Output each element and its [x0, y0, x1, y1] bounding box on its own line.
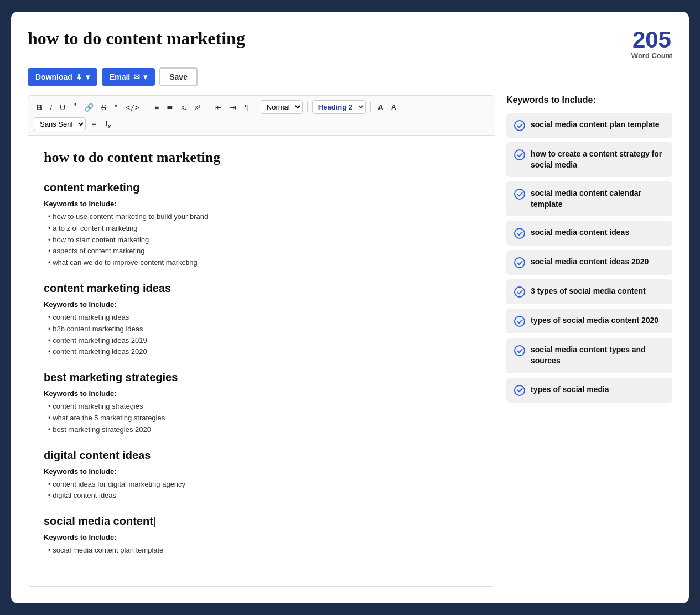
app-container: how to do content marketing 205 Word Cou…: [11, 12, 689, 603]
separator4: [307, 102, 308, 112]
download-chevron-icon: ▾: [86, 72, 90, 81]
sidebar-title: Keywords to Include:: [506, 95, 672, 105]
keyword-card-8: types of social media: [506, 378, 672, 403]
page-title: how to do content marketing: [28, 28, 245, 49]
unordered-list-button[interactable]: ≣: [164, 101, 176, 113]
font-highlight-button[interactable]: A: [388, 102, 399, 113]
heading-select[interactable]: Heading 2: [312, 100, 366, 114]
check-icon-8: [514, 385, 525, 396]
keywords-list-2: content marketing ideas b2b content mark…: [44, 312, 479, 358]
keyword-text-4: social media content ideas 2020: [531, 257, 649, 268]
main-content: B I U " 🔗 S " </> ≡ ≣ x₂ x² ⇤ ⇥ ¶ Normal: [28, 95, 672, 587]
list-item: aspects of content marketing: [48, 246, 479, 257]
list-item: b2b content marketing ideas: [48, 324, 479, 335]
align-button[interactable]: ≡: [89, 118, 99, 131]
check-icon-7: [514, 345, 525, 356]
keyword-text-6: types of social media content 2020: [531, 315, 658, 326]
doc-title: how to do content marketing: [44, 149, 479, 166]
check-icon-5: [514, 286, 525, 298]
indent-right-button[interactable]: ⇥: [227, 101, 239, 113]
list-item: content ideas for digital marketing agen…: [48, 479, 479, 491]
keywords-list-3: content marketing strategies what are th…: [44, 401, 479, 435]
keywords-label-5: Keywords to Include:: [44, 533, 479, 541]
text-cursor: [154, 517, 155, 527]
format-select[interactable]: Normal: [261, 100, 303, 114]
check-icon-4: [514, 257, 525, 268]
doc-section-3: best marketing strategies Keywords to In…: [44, 371, 479, 435]
email-icon: ✉: [133, 72, 140, 81]
keyword-card-7: social media content types and sources: [506, 338, 672, 373]
sidebar-section: Keywords to Include: social media conten…: [506, 95, 672, 587]
keyword-text-7: social media content types and sources: [531, 345, 665, 366]
separator1: [147, 102, 147, 112]
section-heading-3: best marketing strategies: [44, 371, 479, 384]
section-heading-1: content marketing: [44, 181, 479, 194]
superscript-button[interactable]: x²: [192, 102, 203, 113]
list-item: digital content ideas: [48, 490, 479, 502]
email-chevron-icon: ▾: [143, 72, 147, 81]
quote2-button[interactable]: ": [111, 101, 121, 113]
font-family-select[interactable]: Sans Serif: [34, 117, 86, 131]
keyword-card-5: 3 types of social media content: [506, 279, 672, 304]
subscript-button[interactable]: x₂: [178, 102, 190, 113]
download-button[interactable]: Download ⬇ ▾: [28, 68, 97, 86]
check-icon-2: [514, 189, 525, 200]
font-color-button[interactable]: A: [375, 101, 386, 113]
keyword-card-0: social media content plan template: [506, 113, 672, 138]
list-item: what can we do to improve content market…: [48, 257, 479, 269]
list-item: a to z of content marketing: [48, 223, 479, 234]
download-icon: ⬇: [76, 72, 82, 81]
list-item: how to start content marketing: [48, 234, 479, 246]
clear-format-button[interactable]: Ix: [102, 117, 113, 131]
section-heading-2: content marketing ideas: [44, 282, 479, 295]
keyword-text-5: 3 types of social media content: [531, 286, 646, 297]
ordered-list-button[interactable]: ≡: [152, 101, 162, 113]
doc-section-4: digital content ideas Keywords to Includ…: [44, 449, 479, 502]
check-icon-6: [514, 316, 525, 327]
doc-section-2: content marketing ideas Keywords to Incl…: [44, 282, 479, 358]
check-icon-3: [514, 228, 525, 239]
email-label: Email: [110, 72, 130, 81]
save-button[interactable]: Save: [159, 67, 198, 86]
separator5: [370, 102, 371, 112]
word-count-block: 205 Word Count: [631, 28, 672, 60]
link-button[interactable]: 🔗: [81, 101, 96, 113]
doc-section-5: social media content Keywords to Include…: [44, 515, 479, 556]
keyword-text-3: social media content ideas: [531, 227, 629, 238]
keywords-list-1: how to use content marketing to build yo…: [44, 211, 479, 269]
download-label: Download: [35, 72, 72, 81]
list-item: content marketing ideas 2019: [48, 335, 479, 347]
list-item: best marketing strategies 2020: [48, 424, 479, 436]
keyword-card-2: social media content calendar template: [506, 181, 672, 216]
list-item: what are the 5 marketing strategies: [48, 413, 479, 424]
paragraph-button[interactable]: ¶: [241, 101, 251, 113]
word-count-label: Word Count: [631, 51, 672, 60]
separator3: [256, 102, 256, 112]
keywords-label-1: Keywords to Include:: [44, 200, 479, 208]
editor-body[interactable]: how to do content marketing content mark…: [28, 135, 495, 587]
email-button[interactable]: Email ✉ ▾: [102, 68, 155, 86]
section-heading-5: social media content: [44, 515, 479, 528]
keyword-card-1: how to create a content strategy for soc…: [506, 142, 672, 177]
code-button[interactable]: </>: [123, 101, 142, 113]
blockquote-button[interactable]: ": [70, 101, 79, 114]
section-heading-4: digital content ideas: [44, 449, 479, 462]
italic-button[interactable]: I: [47, 101, 55, 113]
list-item: content marketing ideas: [48, 312, 479, 324]
keywords-label-4: Keywords to Include:: [44, 467, 479, 476]
keywords-label-2: Keywords to Include:: [44, 300, 479, 309]
keyword-text-1: how to create a content strategy for soc…: [531, 149, 665, 170]
word-count-number: 205: [631, 28, 672, 51]
check-icon-1: [514, 149, 525, 160]
strikethrough-button[interactable]: S: [98, 101, 109, 113]
keywords-label-3: Keywords to Include:: [44, 389, 479, 398]
keyword-card-3: social media content ideas: [506, 221, 672, 246]
toolbar-row: Download ⬇ ▾ Email ✉ ▾ Save: [28, 67, 672, 86]
editor-section: B I U " 🔗 S " </> ≡ ≣ x₂ x² ⇤ ⇥ ¶ Normal: [28, 95, 495, 587]
keywords-list-4: content ideas for digital marketing agen…: [44, 479, 479, 502]
indent-left-button[interactable]: ⇤: [212, 101, 225, 113]
list-item: content marketing strategies: [48, 401, 479, 413]
underline-button[interactable]: U: [57, 101, 68, 113]
bold-button[interactable]: B: [34, 101, 45, 113]
list-item: how to use content marketing to build yo…: [48, 211, 479, 223]
